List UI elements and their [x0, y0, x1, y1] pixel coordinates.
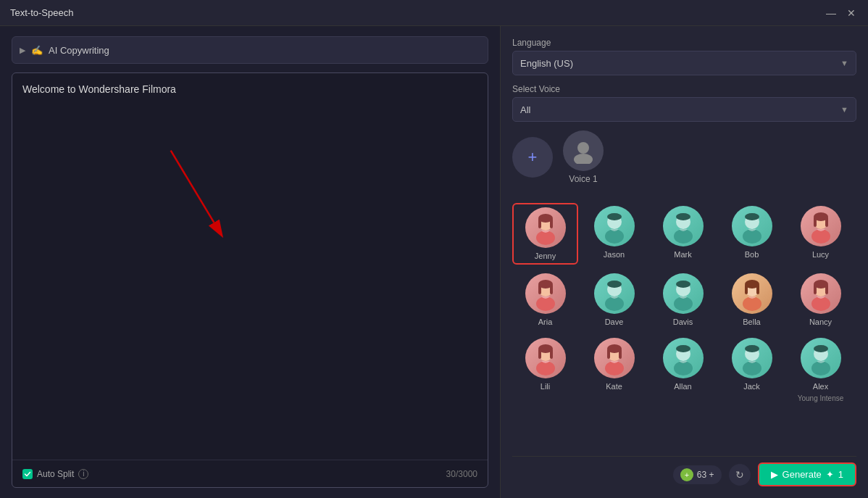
- svg-point-32: [676, 281, 690, 288]
- voice-avatar-lucy: [801, 206, 841, 246]
- minimize-button[interactable]: —: [825, 7, 838, 20]
- voice-avatar-svg-dave: [596, 275, 633, 312]
- auto-split-checkbox[interactable]: [22, 469, 33, 479]
- voice-item-lucy[interactable]: Lucy: [788, 203, 854, 265]
- voice-item-lili[interactable]: Lili: [512, 335, 578, 405]
- voice-avatar-dave: [594, 273, 635, 314]
- text-input[interactable]: Welcome to Wondershare Filmora: [12, 73, 488, 487]
- voice-item-dave[interactable]: Dave: [581, 270, 647, 329]
- generate-button[interactable]: ▶ Generate ✦ 1: [758, 462, 856, 486]
- voice-filter-chevron-icon: ▼: [840, 105, 848, 114]
- generate-icon: ▶: [771, 469, 778, 480]
- title-bar: Text-to-Speech — ✕: [0, 0, 868, 26]
- svg-rect-25: [538, 284, 541, 294]
- voice-item-nancy[interactable]: Nancy: [788, 270, 854, 329]
- voice-avatar-mark: [663, 206, 704, 246]
- refresh-button[interactable]: ↻: [729, 464, 751, 486]
- voice-avatar-svg-jenny: [527, 209, 564, 246]
- voice-avatar-alex: [801, 338, 841, 378]
- svg-rect-51: [607, 349, 610, 359]
- text-area-container: Welcome to Wondershare Filmora: [12, 72, 488, 488]
- voice-item-jack[interactable]: Jack: [719, 335, 785, 405]
- voice-avatar-svg-jack: [733, 339, 771, 377]
- auto-split-label: Auto Split: [37, 469, 74, 479]
- window-controls: — ✕: [825, 7, 858, 20]
- voice-item-jason[interactable]: Jason: [581, 203, 647, 265]
- voice-name-allan: Allan: [674, 382, 691, 391]
- voice-item-aria[interactable]: Aria: [512, 270, 578, 329]
- select-voice-label: Select Voice: [512, 84, 856, 94]
- ai-copywriting-bar[interactable]: ▶ ✍ AI Copywriting: [12, 36, 488, 64]
- voice-item-jenny[interactable]: Jenny: [512, 203, 578, 265]
- language-section: Language English (US) ▼: [512, 38, 856, 75]
- voice-avatar-jack: [732, 338, 772, 378]
- voice-name-lili: Lili: [541, 382, 550, 391]
- voice-name-bob: Bob: [745, 250, 759, 259]
- char-count: 30/3000: [446, 469, 477, 479]
- voice-avatar-svg-bob: [733, 207, 771, 245]
- generate-icon-star: ✦: [826, 469, 834, 480]
- voice-name-kate: Kate: [606, 382, 622, 391]
- voice-filter-dropdown[interactable]: All ▼: [512, 97, 856, 122]
- voice-avatar-svg-mark: [664, 207, 702, 245]
- textarea-footer: Auto Split i 30/3000: [12, 460, 488, 487]
- select-voice-section: Select Voice All ▼: [512, 84, 856, 122]
- voice-item-kate[interactable]: Kate: [581, 335, 647, 405]
- voice-name-mark: Mark: [674, 250, 691, 259]
- svg-point-13: [676, 213, 690, 220]
- voice-item-bob[interactable]: Bob: [719, 203, 785, 265]
- svg-rect-46: [538, 349, 541, 359]
- voice-name-jenny: Jenny: [535, 252, 556, 260]
- voice-item-bella[interactable]: Bella: [719, 270, 785, 329]
- voice-item-davis[interactable]: Davis: [650, 270, 716, 329]
- svg-point-29: [607, 281, 622, 288]
- svg-rect-36: [745, 284, 748, 294]
- voice-avatar-kate: [594, 338, 635, 378]
- voice-name-jack: Jack: [743, 382, 760, 391]
- svg-rect-6: [538, 218, 541, 228]
- voice-name-davis: Davis: [673, 318, 693, 326]
- svg-point-58: [745, 345, 759, 352]
- voice-avatar-jenny: [525, 207, 566, 248]
- svg-point-2: [577, 142, 589, 154]
- window-title: Text-to-Speech: [10, 7, 825, 18]
- voice1-row: + Voice 1: [512, 130, 856, 184]
- voice-name-dave: Dave: [605, 318, 624, 326]
- voice-avatar-jason: [594, 206, 635, 246]
- right-panel: Language English (US) ▼ Select Voice All…: [500, 26, 868, 498]
- voice-avatar-svg-kate: [596, 339, 633, 377]
- voice1-label: Voice 1: [569, 174, 597, 184]
- language-selected: English (US): [520, 58, 573, 69]
- voice-item-alex[interactable]: Alex Young Intense: [788, 335, 854, 405]
- voice-avatar-bella: [732, 273, 772, 314]
- add-voice-button[interactable]: +: [512, 137, 553, 178]
- voice-avatar-svg-lucy: [802, 207, 840, 245]
- voice1-col: Voice 1: [563, 130, 604, 184]
- bottom-bar: + 63 + ↻ ▶ Generate ✦ 1: [512, 456, 856, 486]
- voice-item-mark[interactable]: Mark: [650, 203, 716, 265]
- voice-avatar-svg-davis: [664, 275, 702, 312]
- voice-avatar-bob: [732, 206, 772, 246]
- voice-item-allan[interactable]: Allan: [650, 335, 716, 405]
- generate-label: Generate: [783, 469, 822, 480]
- voice-grid: Jenny Jason: [512, 203, 856, 405]
- voice-avatar-svg-jason: [596, 207, 633, 245]
- language-label: Language: [512, 38, 856, 48]
- voice-avatar-svg-aria: [527, 275, 564, 312]
- svg-rect-52: [619, 349, 622, 359]
- voice-avatar-svg-alex: [802, 339, 840, 377]
- info-icon[interactable]: i: [78, 469, 88, 479]
- expand-icon: ▶: [20, 46, 25, 55]
- voice-name-nancy: Nancy: [809, 318, 832, 326]
- svg-rect-37: [756, 284, 759, 294]
- close-button[interactable]: ✕: [845, 7, 858, 20]
- voice-avatar-svg-allan: [664, 339, 702, 377]
- credits-count: 63 +: [697, 470, 714, 480]
- language-dropdown[interactable]: English (US) ▼: [512, 51, 856, 75]
- voice-avatar-svg-bella: [733, 275, 771, 312]
- voice-filter-selected: All: [520, 104, 530, 115]
- ai-copywriting-label: AI Copywriting: [49, 45, 109, 56]
- voice-avatar-allan: [663, 338, 704, 378]
- voice-name-aria: Aria: [538, 318, 553, 326]
- svg-rect-21: [825, 217, 828, 227]
